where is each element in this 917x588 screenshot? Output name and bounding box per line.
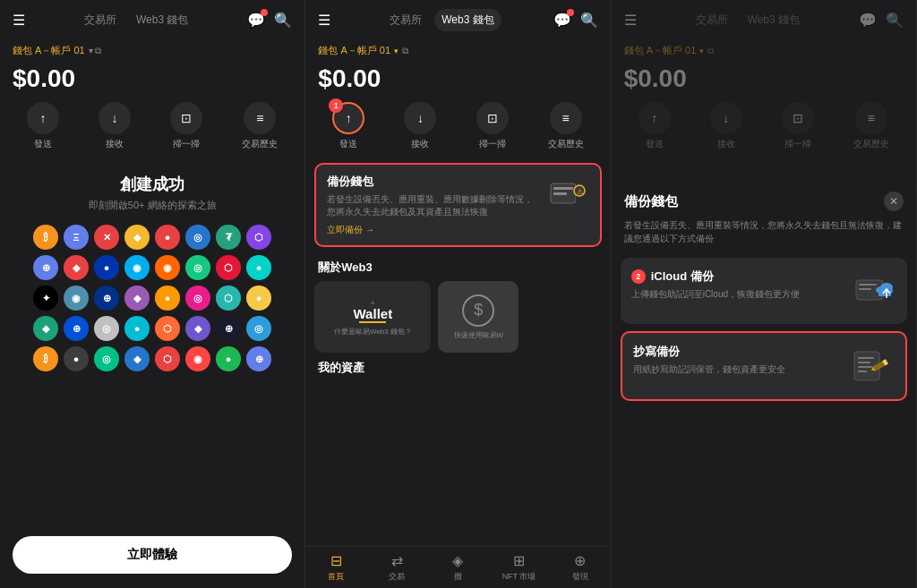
crypto-icon: ⬡ xyxy=(246,225,271,250)
crypto-icon: ◆ xyxy=(124,346,150,371)
crypto-icon: ◆ xyxy=(33,316,58,341)
nft-icon: ⊞ xyxy=(513,552,525,569)
crypto-icon: ⊕ xyxy=(33,255,58,280)
menu-icon[interactable]: ☰ xyxy=(13,12,25,29)
tab-exchange-3: 交易所 xyxy=(689,9,735,31)
web3-section-title: 關於Web3 xyxy=(305,251,610,281)
action-buttons: ↑ 發送 ↓ 接收 ⊡ 掃一掃 ≡ 交易歷史 xyxy=(0,102,304,159)
crypto-icon: ✕ xyxy=(94,225,119,250)
writedown-text: 用紙抄寫助記詞保管，錢包資產更安全 xyxy=(633,363,841,376)
crypto-icon: ● xyxy=(246,255,271,280)
backup-card-content: 備份錢包 若發生設備丟失、應用重裝、應用數據刪除等情況，您將永久失去此錢包及其資… xyxy=(327,174,535,236)
discover-label: 發現 xyxy=(572,571,588,583)
writedown-icon xyxy=(850,344,895,388)
tab-spread[interactable]: ◈ 攤 xyxy=(427,552,488,583)
tab-web3-wallet[interactable]: Web3 錢包 xyxy=(129,9,195,31)
menu-icon-2[interactable]: ☰ xyxy=(318,12,330,29)
crypto-icon: ◉ xyxy=(185,346,210,371)
crypto-icon: Ξ xyxy=(64,225,89,250)
step-badge-2: 2 xyxy=(631,269,646,284)
copy-icon-2[interactable]: ⧉ xyxy=(402,46,408,56)
tab-web3-wallet-2[interactable]: Web3 錢包 xyxy=(434,9,501,31)
panel-wallet-main: ☰ 交易所 Web3 錢包 💬 🔍 錢包 A－帳戶 01 ▾ ⧉ $0.00 1… xyxy=(305,0,611,588)
send-button-2[interactable]: 1 ↑ 發送 xyxy=(332,102,364,150)
home-label: 首頁 xyxy=(328,571,344,583)
crypto-icon: ◎ xyxy=(185,255,210,280)
icloud-option[interactable]: 2 iCloud 備份 上傳錢包助記詞至iCloud，恢復錢包更方便 xyxy=(621,258,907,324)
crypto-icon: ₿ xyxy=(33,225,58,250)
receive-label-2: 接收 xyxy=(411,138,429,150)
svg-text:⚠: ⚠ xyxy=(576,188,582,196)
web3-card-1[interactable]: ▲ Wallet 什麼是歐易Web3 錢包？ xyxy=(314,281,431,353)
send-button[interactable]: ↑ 發送 xyxy=(27,102,59,150)
assets-spacer xyxy=(305,379,610,546)
tab-discover[interactable]: ⊕ 發現 xyxy=(550,552,611,583)
dropdown-icon[interactable]: ▾ xyxy=(394,47,399,55)
success-title: 創建成功 xyxy=(120,174,184,195)
crypto-icon: ◎ xyxy=(246,316,271,341)
crypto-icon: ⊕ xyxy=(216,316,241,341)
writedown-option[interactable]: 抄寫備份 用紙抄寫助記詞保管，錢包資產更安全 xyxy=(621,331,907,401)
tab-nft[interactable]: ⊞ NFT 市場 xyxy=(489,552,550,583)
scan-button-2[interactable]: ⊡ 掃一掃 xyxy=(476,102,509,150)
panel-success: ☰ 交易所 Web3 錢包 💬 🔍 錢包 A－帳戶 01 ▾ ⧉ $0.00 ↑… xyxy=(0,0,305,588)
crypto-icon: ● xyxy=(94,255,119,280)
search-icon[interactable]: 🔍 xyxy=(274,12,292,29)
crypto-icon: ◉ xyxy=(124,255,150,280)
crypto-icon: ⊕ xyxy=(64,316,89,341)
icloud-text: 上傳錢包助記詞至iCloud，恢復錢包更方便 xyxy=(631,288,843,301)
crypto-icon: ⬡ xyxy=(216,285,241,311)
web3-card-2[interactable]: $ 快速使用歐易W xyxy=(438,281,518,353)
receive-icon: ↓ xyxy=(99,102,131,134)
balance-display: $0.00 xyxy=(0,61,304,102)
crypto-icon: ₿ xyxy=(33,346,58,371)
action-buttons-2: 1 ↑ 發送 ↓ 接收 ⊡ 掃一掃 ≡ 交易歷史 xyxy=(305,102,610,159)
writedown-option-content: 抄寫備份 用紙抄寫助記詞保管，錢包資產更安全 xyxy=(633,344,841,376)
overlay-title: 備份錢包 xyxy=(624,193,678,210)
spread-label: 攤 xyxy=(454,571,462,583)
nft-label: NFT 市場 xyxy=(502,571,536,583)
search-icon-2[interactable]: 🔍 xyxy=(580,12,598,29)
start-button[interactable]: 立即體驗 xyxy=(13,536,292,574)
send-label: 發送 xyxy=(34,138,52,150)
tab-exchange-2[interactable]: 交易所 xyxy=(382,9,429,31)
balance-display-2: $0.00 xyxy=(305,61,610,102)
receive-button-2[interactable]: ↓ 接收 xyxy=(404,102,436,150)
panel-backup: ☰ 交易所 Web3 錢包 💬 🔍 錢包 A－帳戶 01 ▾ ⧉ $0.00 ↑… xyxy=(612,0,917,588)
action-buttons-3-bg: ↑發送 ↓接收 ⊡掃一掃 ≡交易歷史 xyxy=(612,102,916,159)
history-icon: ≡ xyxy=(244,102,276,134)
crypto-icon: ◆ xyxy=(64,255,89,280)
chat-icon[interactable]: 💬 xyxy=(247,12,265,29)
svg-rect-8 xyxy=(859,288,871,290)
crypto-icon: ● xyxy=(246,285,271,311)
send-label-2: 發送 xyxy=(339,138,357,150)
history-label: 交易歷史 xyxy=(242,138,278,150)
chat-badge xyxy=(261,9,268,16)
scan-icon: ⊡ xyxy=(170,102,202,134)
tab-trade[interactable]: ⇄ 交易 xyxy=(366,552,427,583)
history-button-2[interactable]: ≡ 交易歷史 xyxy=(548,102,584,150)
backup-overlay: 備份錢包 ✕ 若發生設備丟失、應用重裝等情況，您將永久失去錢包且無法恢復，建議您… xyxy=(612,179,916,588)
backup-link[interactable]: 立即備份 → xyxy=(327,224,535,236)
chevron-up-icon: ▲ xyxy=(369,298,376,306)
svg-rect-17 xyxy=(858,366,872,368)
crypto-icon: ₮ xyxy=(216,225,241,250)
close-button[interactable]: ✕ xyxy=(884,192,904,211)
crypto-icon: ◎ xyxy=(94,316,119,341)
panel2-header: ☰ 交易所 Web3 錢包 💬 🔍 xyxy=(305,0,610,40)
wallet-word: Wallet xyxy=(354,306,393,321)
bottom-tabs: ⊟ 首頁 ⇄ 交易 ◈ 攤 ⊞ NFT 市場 ⊕ 發現 xyxy=(305,546,610,588)
svg-rect-15 xyxy=(858,357,874,359)
history-button[interactable]: ≡ 交易歷史 xyxy=(242,102,278,150)
panel1-header: ☰ 交易所 Web3 錢包 💬 🔍 xyxy=(0,0,304,40)
copy-icon[interactable]: ▾ ⧉ xyxy=(89,46,102,56)
chat-icon-2[interactable]: 💬 xyxy=(553,12,571,29)
backup-card[interactable]: 備份錢包 若發生設備丟失、應用重裝、應用數據刪除等情況，您將永久失去此錢包及其資… xyxy=(314,163,601,247)
scan-icon-2: ⊡ xyxy=(476,102,509,134)
history-label-2: 交易歷史 xyxy=(548,138,584,150)
receive-button[interactable]: ↓ 接收 xyxy=(99,102,131,150)
tab-exchange[interactable]: 交易所 xyxy=(77,9,124,31)
tab-home[interactable]: ⊟ 首頁 xyxy=(305,552,366,583)
scan-button[interactable]: ⊡ 掃一掃 xyxy=(170,102,202,150)
header-tabs-2: 交易所 Web3 錢包 xyxy=(338,9,545,31)
